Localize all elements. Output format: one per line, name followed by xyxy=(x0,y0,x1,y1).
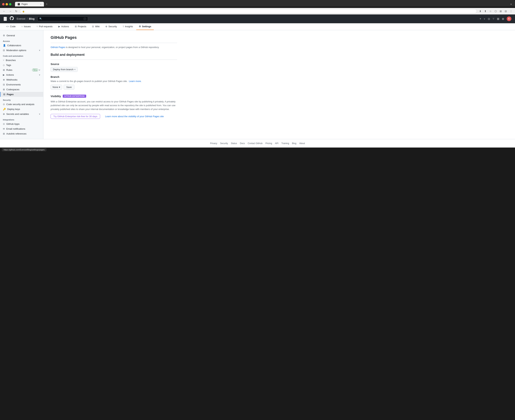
moderation-expand-icon: ∨ xyxy=(39,49,40,52)
sidebar-branches[interactable]: ⑂ Branches xyxy=(0,58,43,63)
sidebar-tags-label: Tags xyxy=(6,64,11,67)
breadcrumb-repo[interactable]: Blog xyxy=(29,17,35,20)
avatar[interactable]: E xyxy=(507,16,511,21)
branch-learn-more[interactable]: Learn more. xyxy=(129,80,141,82)
footer-security[interactable]: Security xyxy=(220,142,228,145)
sidebar-github-apps-label: GitHub Apps xyxy=(6,123,20,125)
actions-expand-icon: ∨ xyxy=(39,74,40,76)
save-button[interactable]: Save xyxy=(64,85,74,90)
inbox-icon[interactable]: ⊠ xyxy=(497,17,499,21)
page-description: GitHub Pages is designed to host your pe… xyxy=(51,46,177,49)
extension-icon[interactable]: ⬡ xyxy=(494,9,498,13)
sidebar-deploy-keys[interactable]: 🔑 Deploy keys xyxy=(0,107,43,112)
footer-about[interactable]: About xyxy=(299,142,305,145)
forward-button[interactable]: → xyxy=(8,9,13,13)
settings-icon: ⚙ xyxy=(139,25,141,28)
footer-contact[interactable]: Contact GitHub xyxy=(248,142,262,145)
sidebar-rules[interactable]: ⊞ Rules Beta ∨ xyxy=(0,68,43,72)
footer-privacy[interactable]: Privacy xyxy=(210,142,217,145)
wiki-icon: ⊟ xyxy=(92,25,94,28)
search-bar[interactable]: 🔍 Type / to search / xyxy=(37,16,88,21)
settings-sidebar: ⚙ General Access 👤 Collaborators ⊟ Moder… xyxy=(0,30,43,139)
github-pages-link[interactable]: GitHub Pages xyxy=(51,46,65,49)
footer-pricing[interactable]: Pricing xyxy=(265,142,272,145)
tabs-icon[interactable]: ⊞ xyxy=(499,9,503,13)
sidebar-email-notifications[interactable]: ✉ Email notifications xyxy=(0,126,43,131)
pages-icon: ⊟ xyxy=(3,93,5,96)
sidebar-collaborators[interactable]: 👤 Collaborators xyxy=(0,43,43,48)
nav-wiki[interactable]: ⊟ Wiki xyxy=(89,23,102,30)
tab-close-btn[interactable]: × xyxy=(40,3,41,5)
refresh-button[interactable]: ↻ xyxy=(14,9,18,13)
close-traffic-light[interactable] xyxy=(2,3,5,5)
source-dropdown[interactable]: Deploy from branch ▾ xyxy=(51,67,78,72)
sidebar-github-apps[interactable]: ⊙ GitHub Apps xyxy=(0,121,43,126)
nav-insights[interactable]: ⌇ Insights xyxy=(120,23,136,30)
sidebar-codespaces-label: Codespaces xyxy=(6,88,19,91)
footer-training[interactable]: Training xyxy=(281,142,289,145)
back-button[interactable]: ← xyxy=(2,9,7,13)
git-icon[interactable]: ⑂ xyxy=(492,17,494,20)
source-label: Source xyxy=(51,63,177,66)
fullscreen-traffic-light[interactable] xyxy=(9,3,11,5)
sidebar-codespaces[interactable]: ⊞ Codespaces xyxy=(0,87,43,92)
visibility-header: Visibility GITHUB ENTERPRISE xyxy=(51,95,177,98)
footer-api[interactable]: API xyxy=(275,142,278,145)
active-browser-tab[interactable]: ⬛ Pages × xyxy=(15,2,44,7)
bookmark-icon[interactable]: ☆ xyxy=(488,9,492,13)
issues-icon: ○ xyxy=(21,25,23,28)
sidebar-moderation[interactable]: ⊟ Moderation options ∨ xyxy=(0,48,43,53)
plus-icon[interactable]: + xyxy=(480,17,481,20)
nav-settings[interactable]: ⚙ Settings xyxy=(136,23,154,30)
learn-more-visibility-link[interactable]: Learn more about the visibility of your … xyxy=(105,115,164,118)
main-layout: ⚙ General Access 👤 Collaborators ⊟ Moder… xyxy=(0,30,515,139)
breadcrumb-user[interactable]: Everoot xyxy=(17,17,25,20)
nav-pull-requests[interactable]: ⑂ Pull requests xyxy=(34,23,55,30)
footer-docs[interactable]: Docs xyxy=(240,142,245,145)
nav-projects[interactable]: ⊞ Projects xyxy=(72,23,89,30)
nav-projects-label: Projects xyxy=(78,25,86,28)
split-icon[interactable]: ⊟ xyxy=(504,9,508,13)
hamburger-menu[interactable]: ☰ xyxy=(4,17,7,21)
upload-icon[interactable]: ⬆ xyxy=(483,9,487,13)
sidebar-actions[interactable]: ▶ Actions ∨ xyxy=(0,72,43,77)
enterprise-cta-button[interactable]: Try GitHub Enterprise risk-free for 30 d… xyxy=(51,114,100,119)
sidebar-code-security[interactable]: ⊙ Code security and analysis xyxy=(0,102,43,107)
search-input[interactable]: Type / to search xyxy=(43,17,83,20)
address-bar[interactable]: 🔒 github.com/Everoot/Blog/settings/pages xyxy=(20,9,477,13)
minimize-traffic-light[interactable] xyxy=(6,3,8,5)
nav-code[interactable]: <> Code xyxy=(4,23,18,30)
window-controls-icon[interactable]: ∨ xyxy=(509,2,513,6)
chevron-down-icon[interactable]: ∨ xyxy=(484,18,485,20)
main-content: GitHub Pages GitHub Pages is designed to… xyxy=(43,30,184,139)
copilot-icon[interactable]: ⊛ xyxy=(502,17,504,21)
sidebar-pages[interactable]: ⊟ Pages xyxy=(0,92,43,97)
new-tab-button[interactable]: + xyxy=(45,2,49,7)
source-section: Source Deploy from branch ▾ xyxy=(51,63,177,72)
branch-none-dropdown[interactable]: None ▾ xyxy=(51,85,62,90)
timer-icon[interactable]: ⊙ xyxy=(488,17,490,21)
nav-security[interactable]: ⊕ Security xyxy=(103,23,119,30)
sidebar-general[interactable]: ⚙ General xyxy=(0,33,43,38)
environments-icon: ⊟ xyxy=(3,83,5,86)
branches-icon: ⑂ xyxy=(3,59,4,62)
footer-status[interactable]: Status xyxy=(231,142,237,145)
sidebar-secrets[interactable]: ⊕ Secrets and variables ∨ xyxy=(0,112,43,116)
sidebar-deploy-keys-label: Deploy keys xyxy=(7,108,20,111)
github-header: ☰ Everoot / Blog 🔍 Type / to search / + … xyxy=(0,15,515,23)
general-icon: ⚙ xyxy=(3,34,5,37)
github-apps-icon: ⊙ xyxy=(3,123,5,125)
nav-actions[interactable]: ▶ Actions xyxy=(56,23,72,30)
nav-issues[interactable]: ○ Issues xyxy=(19,23,33,30)
source-dropdown-arrow: ▾ xyxy=(74,68,75,70)
sidebar-autolink[interactable]: ⊞ Autolink references xyxy=(0,131,43,136)
sidebar-webhooks[interactable]: ⊕ Webhooks xyxy=(0,77,43,82)
sidebar-collaborators-label: Collaborators xyxy=(7,44,21,47)
address-input[interactable]: github.com/Everoot/Blog/settings/pages xyxy=(26,10,475,12)
browser-menu-icon[interactable]: ⋮ xyxy=(509,9,513,13)
sidebar-tags[interactable]: ◇ Tags xyxy=(0,63,43,68)
footer-blog[interactable]: Blog xyxy=(292,142,296,145)
sidebar-environments[interactable]: ⊟ Environments xyxy=(0,82,43,87)
download-icon[interactable]: ⬇ xyxy=(478,9,482,13)
sidebar-general-label: General xyxy=(7,34,15,37)
